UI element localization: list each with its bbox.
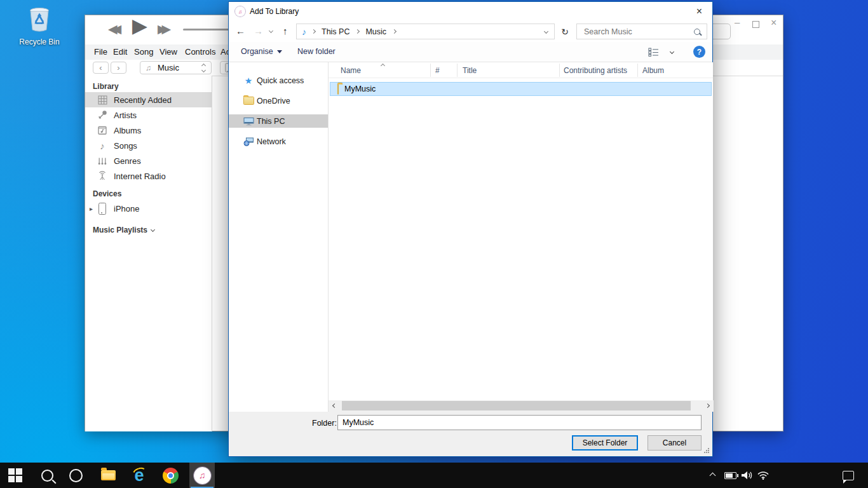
search-box[interactable] — [576, 24, 707, 39]
nav-item-network[interactable]: Network — [229, 135, 328, 148]
close-icon[interactable]: × — [771, 17, 776, 29]
breadcrumb-music[interactable]: Music — [365, 27, 386, 36]
nav-forward-icon: → — [254, 25, 263, 36]
column-title[interactable]: Title — [463, 62, 477, 78]
breadcrumb-chevron-icon[interactable] — [311, 29, 316, 34]
column-number[interactable]: # — [435, 62, 440, 78]
nav-item-this-pc[interactable]: This PC — [229, 114, 328, 128]
maximize-icon[interactable] — [752, 20, 759, 30]
computer-icon — [243, 117, 254, 126]
album-icon — [97, 125, 108, 135]
file-row-mymusic[interactable]: MyMusic — [330, 82, 712, 96]
file-explorer-button[interactable] — [95, 463, 121, 488]
column-separator[interactable] — [430, 64, 431, 77]
column-separator[interactable] — [637, 64, 638, 77]
expander-icon[interactable]: ▸ — [90, 205, 93, 212]
play-button[interactable]: ▶ — [132, 14, 147, 37]
search-input[interactable] — [583, 27, 687, 37]
itunes-app-icon: ♫ — [235, 6, 245, 17]
back-button[interactable]: ‹ — [93, 62, 109, 74]
devices-header: Devices — [93, 189, 121, 198]
menu-controls[interactable]: Controls — [185, 47, 215, 57]
sidebar-item-label: Internet Radio — [114, 172, 166, 181]
organise-menu-button[interactable]: Organise — [241, 47, 282, 56]
onedrive-folder-icon — [243, 97, 254, 105]
column-separator[interactable] — [457, 64, 458, 77]
sidebar-item-iphone[interactable]: ▸ iPhone — [85, 201, 212, 216]
dialog-navigation-pane: ★ Quick access OneDrive This PC Network — [229, 62, 329, 412]
dialog-close-button[interactable]: × — [685, 2, 714, 21]
library-selector[interactable]: ♫ Music — [140, 61, 212, 74]
sidebar-item-label: Artists — [114, 111, 137, 120]
search-icon[interactable] — [694, 29, 700, 35]
folder-icon — [337, 85, 339, 94]
column-name[interactable]: Name — [341, 62, 361, 78]
dialog-toolbar: Organise New folder ? — [229, 42, 712, 62]
horizontal-scrollbar[interactable] — [329, 400, 714, 412]
start-button[interactable] — [3, 463, 28, 488]
breadcrumb-this-pc[interactable]: This PC — [322, 27, 349, 36]
menu-song[interactable]: Song — [134, 47, 153, 57]
view-mode-button[interactable] — [648, 48, 660, 58]
column-contributing-artists[interactable]: Contributing artists — [564, 62, 627, 78]
scrollbar-thumb[interactable] — [342, 401, 691, 410]
location-music-note-icon: ♪ — [302, 27, 306, 37]
action-center-button[interactable] — [836, 463, 860, 488]
chrome-icon — [163, 468, 179, 484]
address-bar[interactable]: ♪ This PC Music — [296, 24, 555, 39]
cancel-button[interactable]: Cancel — [648, 435, 702, 451]
sidebar-item-genres[interactable]: Genres — [85, 153, 212, 168]
nav-up-icon[interactable]: ↑ — [283, 25, 288, 36]
sidebar-item-songs[interactable]: ♪ Songs — [85, 138, 212, 153]
wifi-tray-icon[interactable] — [752, 463, 774, 488]
menu-file[interactable]: File — [94, 47, 107, 57]
music-playlists-header[interactable]: Music Playlists — [93, 226, 154, 234]
breadcrumb-chevron-icon[interactable] — [355, 29, 360, 34]
nav-item-label: This PC — [257, 117, 285, 126]
nav-back-icon[interactable]: ← — [236, 25, 245, 36]
new-folder-button[interactable]: New folder — [297, 47, 336, 56]
taskbar-search-button[interactable] — [34, 463, 60, 488]
previous-track-button[interactable]: ◀◀ — [108, 22, 116, 36]
internet-explorer-button[interactable]: e — [126, 463, 152, 488]
address-dropdown-chevron-icon[interactable] — [544, 29, 548, 34]
refresh-button[interactable]: ↻ — [558, 24, 572, 39]
refresh-icon: ↻ — [561, 27, 569, 37]
wifi-icon — [757, 470, 770, 480]
details-view-icon — [648, 48, 660, 57]
column-album[interactable]: Album — [642, 62, 664, 78]
cancel-label: Cancel — [663, 438, 686, 447]
chevron-down-icon — [151, 227, 155, 231]
nav-item-onedrive[interactable]: OneDrive — [229, 94, 328, 107]
minimize-icon[interactable]: – — [735, 17, 740, 27]
quick-access-star-icon: ★ — [243, 76, 254, 86]
internet-explorer-icon: e — [134, 467, 144, 484]
sidebar-item-recently-added[interactable]: Recently Added — [85, 92, 212, 107]
sidebar-item-artists[interactable]: Artists — [85, 107, 212, 123]
scroll-right-icon[interactable] — [705, 403, 710, 408]
recent-locations-chevron-icon[interactable] — [269, 29, 273, 33]
taskbar: e ♫ — [0, 463, 868, 488]
nav-item-quick-access[interactable]: ★ Quick access — [229, 74, 328, 87]
chrome-button[interactable] — [158, 463, 183, 488]
itunes-button[interactable]: ♫ — [189, 463, 215, 488]
recycle-bin-shortcut[interactable]: Recycle Bin — [17, 4, 62, 46]
next-track-button[interactable]: ▶▶ — [158, 22, 166, 36]
sidebar-item-internet-radio[interactable]: Internet Radio — [85, 168, 212, 184]
cortana-button[interactable] — [63, 463, 88, 488]
help-button[interactable]: ? — [693, 46, 705, 58]
view-dropdown-chevron-icon[interactable] — [670, 50, 674, 54]
menu-edit[interactable]: Edit — [113, 47, 127, 57]
menu-view[interactable]: View — [159, 47, 177, 57]
nav-item-label: OneDrive — [257, 97, 290, 105]
file-list-area: Name # Title Contributing artists Album … — [329, 62, 713, 412]
breadcrumb-chevron-icon[interactable] — [392, 29, 397, 34]
forward-button[interactable]: › — [111, 62, 126, 74]
folder-name-input[interactable] — [337, 415, 702, 430]
scroll-left-icon[interactable] — [332, 403, 337, 408]
music-playlists-label: Music Playlists — [93, 226, 147, 234]
sidebar-item-albums[interactable]: Albums — [85, 123, 212, 138]
select-folder-button[interactable]: Select Folder — [572, 435, 638, 451]
column-separator[interactable] — [559, 64, 560, 77]
resize-grip[interactable] — [703, 447, 710, 454]
